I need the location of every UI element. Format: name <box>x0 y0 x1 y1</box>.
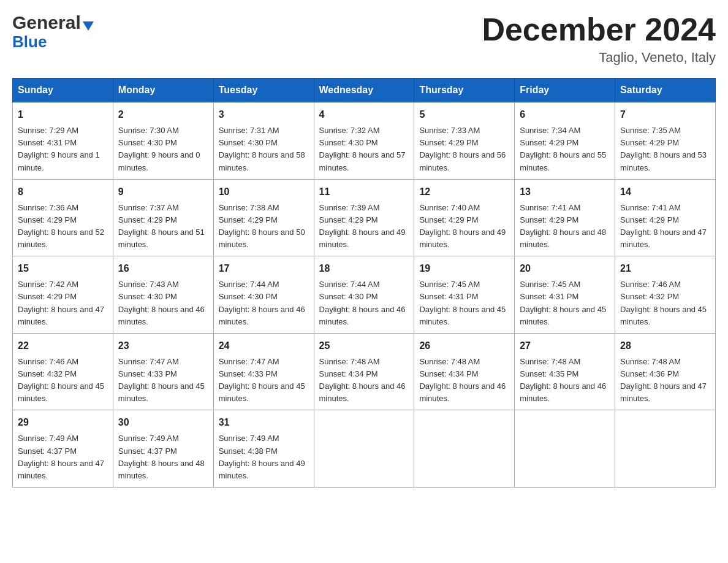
day-number: 2 <box>118 107 208 122</box>
day-number: 28 <box>620 339 710 353</box>
day-number: 14 <box>620 185 710 199</box>
day-info: Sunrise: 7:41 AMSunset: 4:29 PMDaylight:… <box>520 203 606 249</box>
calendar-cell: 8 Sunrise: 7:36 AMSunset: 4:29 PMDayligh… <box>13 179 113 256</box>
day-number: 19 <box>419 261 509 276</box>
day-number: 26 <box>419 339 509 353</box>
day-info: Sunrise: 7:47 AMSunset: 4:33 PMDaylight:… <box>219 357 305 403</box>
calendar-cell: 24 Sunrise: 7:47 AMSunset: 4:33 PMDaylig… <box>213 333 314 410</box>
calendar-cell: 27 Sunrise: 7:48 AMSunset: 4:35 PMDaylig… <box>515 333 615 410</box>
day-info: Sunrise: 7:32 AMSunset: 4:30 PMDaylight:… <box>319 126 406 172</box>
day-number: 29 <box>18 415 108 430</box>
day-number: 21 <box>620 261 710 276</box>
day-info: Sunrise: 7:34 AMSunset: 4:29 PMDaylight:… <box>520 126 606 172</box>
day-info: Sunrise: 7:44 AMSunset: 4:30 PMDaylight:… <box>319 280 406 326</box>
day-number: 9 <box>118 185 208 199</box>
day-number: 7 <box>620 107 710 122</box>
day-number: 12 <box>419 185 509 199</box>
calendar-cell: 9 Sunrise: 7:37 AMSunset: 4:29 PMDayligh… <box>113 179 213 256</box>
calendar-cell: 26 Sunrise: 7:48 AMSunset: 4:34 PMDaylig… <box>414 333 515 410</box>
calendar-cell: 3 Sunrise: 7:31 AMSunset: 4:30 PMDayligh… <box>213 102 314 180</box>
day-number: 3 <box>219 107 309 122</box>
day-number: 11 <box>319 185 409 199</box>
calendar-table: SundayMondayTuesdayWednesdayThursdayFrid… <box>12 78 716 488</box>
calendar-cell: 5 Sunrise: 7:33 AMSunset: 4:29 PMDayligh… <box>414 102 515 180</box>
day-number: 10 <box>219 185 309 199</box>
header-monday: Monday <box>113 79 213 102</box>
day-info: Sunrise: 7:40 AMSunset: 4:29 PMDaylight:… <box>419 203 506 249</box>
day-number: 17 <box>219 261 309 276</box>
day-info: Sunrise: 7:42 AMSunset: 4:29 PMDaylight:… <box>18 280 104 326</box>
day-info: Sunrise: 7:48 AMSunset: 4:35 PMDaylight:… <box>520 357 606 403</box>
day-info: Sunrise: 7:37 AMSunset: 4:29 PMDaylight:… <box>118 203 205 249</box>
title-block: December 2024 Taglio, Veneto, Italy <box>482 12 716 66</box>
calendar-cell: 14 Sunrise: 7:41 AMSunset: 4:29 PMDaylig… <box>615 179 716 256</box>
day-info: Sunrise: 7:36 AMSunset: 4:29 PMDaylight:… <box>18 203 104 249</box>
calendar-cell: 21 Sunrise: 7:46 AMSunset: 4:32 PMDaylig… <box>615 256 716 334</box>
day-number: 27 <box>520 339 610 353</box>
day-number: 1 <box>18 107 108 122</box>
calendar-cell: 10 Sunrise: 7:38 AMSunset: 4:29 PMDaylig… <box>213 179 314 256</box>
calendar-cell <box>414 410 515 488</box>
calendar-cell <box>515 410 615 488</box>
day-info: Sunrise: 7:49 AMSunset: 4:37 PMDaylight:… <box>118 434 205 480</box>
calendar-cell: 15 Sunrise: 7:42 AMSunset: 4:29 PMDaylig… <box>13 256 113 334</box>
calendar-cell: 20 Sunrise: 7:45 AMSunset: 4:31 PMDaylig… <box>515 256 615 334</box>
logo-line2: Blue <box>12 33 94 51</box>
calendar-cell: 2 Sunrise: 7:30 AMSunset: 4:30 PMDayligh… <box>113 102 213 180</box>
location-text: Taglio, Veneto, Italy <box>482 50 716 66</box>
day-number: 15 <box>18 261 108 276</box>
day-info: Sunrise: 7:30 AMSunset: 4:30 PMDaylight:… <box>118 126 200 172</box>
calendar-cell: 31 Sunrise: 7:49 AMSunset: 4:38 PMDaylig… <box>213 410 314 488</box>
day-info: Sunrise: 7:39 AMSunset: 4:29 PMDaylight:… <box>319 203 406 249</box>
day-info: Sunrise: 7:44 AMSunset: 4:30 PMDaylight:… <box>219 280 305 326</box>
day-info: Sunrise: 7:48 AMSunset: 4:36 PMDaylight:… <box>620 357 707 403</box>
calendar-week-row: 15 Sunrise: 7:42 AMSunset: 4:29 PMDaylig… <box>13 256 716 334</box>
header-thursday: Thursday <box>414 79 515 102</box>
day-number: 23 <box>118 339 208 353</box>
day-number: 22 <box>18 339 108 353</box>
day-info: Sunrise: 7:38 AMSunset: 4:29 PMDaylight:… <box>219 203 305 249</box>
day-number: 18 <box>319 261 409 276</box>
calendar-cell: 6 Sunrise: 7:34 AMSunset: 4:29 PMDayligh… <box>515 102 615 180</box>
day-number: 5 <box>419 107 509 122</box>
calendar-cell: 11 Sunrise: 7:39 AMSunset: 4:29 PMDaylig… <box>314 179 414 256</box>
day-info: Sunrise: 7:47 AMSunset: 4:33 PMDaylight:… <box>118 357 205 403</box>
day-info: Sunrise: 7:41 AMSunset: 4:29 PMDaylight:… <box>620 203 707 249</box>
calendar-cell: 29 Sunrise: 7:49 AMSunset: 4:37 PMDaylig… <box>13 410 113 488</box>
logo-line1: General <box>12 12 94 33</box>
calendar-cell: 25 Sunrise: 7:48 AMSunset: 4:34 PMDaylig… <box>314 333 414 410</box>
day-info: Sunrise: 7:35 AMSunset: 4:29 PMDaylight:… <box>620 126 707 172</box>
logo-general-text: General <box>12 12 81 33</box>
header-tuesday: Tuesday <box>213 79 314 102</box>
calendar-week-row: 22 Sunrise: 7:46 AMSunset: 4:32 PMDaylig… <box>13 333 716 410</box>
header-wednesday: Wednesday <box>314 79 414 102</box>
day-info: Sunrise: 7:46 AMSunset: 4:32 PMDaylight:… <box>18 357 104 403</box>
calendar-cell <box>314 410 414 488</box>
logo-triangle-icon <box>83 21 94 31</box>
calendar-week-row: 8 Sunrise: 7:36 AMSunset: 4:29 PMDayligh… <box>13 179 716 256</box>
day-number: 6 <box>520 107 610 122</box>
header-saturday: Saturday <box>615 79 716 102</box>
calendar-cell: 18 Sunrise: 7:44 AMSunset: 4:30 PMDaylig… <box>314 256 414 334</box>
day-number: 31 <box>219 415 309 430</box>
header-friday: Friday <box>515 79 615 102</box>
calendar-cell <box>615 410 716 488</box>
calendar-cell: 12 Sunrise: 7:40 AMSunset: 4:29 PMDaylig… <box>414 179 515 256</box>
day-info: Sunrise: 7:49 AMSunset: 4:38 PMDaylight:… <box>219 434 305 480</box>
calendar-cell: 7 Sunrise: 7:35 AMSunset: 4:29 PMDayligh… <box>615 102 716 180</box>
day-info: Sunrise: 7:48 AMSunset: 4:34 PMDaylight:… <box>319 357 406 403</box>
day-number: 25 <box>319 339 409 353</box>
calendar-cell: 17 Sunrise: 7:44 AMSunset: 4:30 PMDaylig… <box>213 256 314 334</box>
calendar-cell: 30 Sunrise: 7:49 AMSunset: 4:37 PMDaylig… <box>113 410 213 488</box>
day-number: 13 <box>520 185 610 199</box>
day-info: Sunrise: 7:45 AMSunset: 4:31 PMDaylight:… <box>419 280 506 326</box>
header-sunday: Sunday <box>13 79 113 102</box>
calendar-cell: 1 Sunrise: 7:29 AMSunset: 4:31 PMDayligh… <box>13 102 113 180</box>
page-header: General Blue December 2024 Taglio, Venet… <box>12 12 716 66</box>
calendar-cell: 23 Sunrise: 7:47 AMSunset: 4:33 PMDaylig… <box>113 333 213 410</box>
calendar-week-row: 29 Sunrise: 7:49 AMSunset: 4:37 PMDaylig… <box>13 410 716 488</box>
day-number: 4 <box>319 107 409 122</box>
day-info: Sunrise: 7:49 AMSunset: 4:37 PMDaylight:… <box>18 434 104 480</box>
calendar-header-row: SundayMondayTuesdayWednesdayThursdayFrid… <box>13 79 716 102</box>
month-title: December 2024 <box>482 12 716 47</box>
